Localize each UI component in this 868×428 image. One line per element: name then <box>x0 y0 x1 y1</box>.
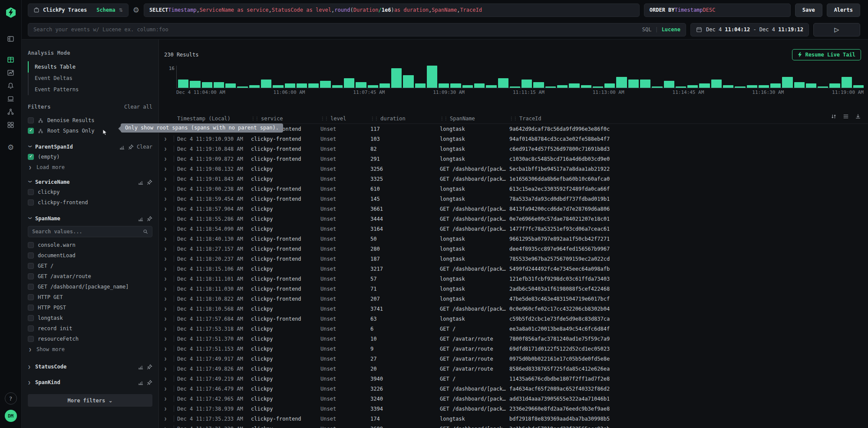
clear-all-filters-link[interactable]: Clear all <box>124 104 152 110</box>
table-row[interactable]: ❯ Dec 4 11:17:49.826 AM clickpy Unset 20… <box>164 364 868 374</box>
row-expand-chevron-icon[interactable]: ❯ <box>164 346 174 351</box>
checkbox[interactable] <box>28 252 34 259</box>
drag-handle-icon[interactable]: ⋮⋮ <box>251 116 259 121</box>
row-expand-chevron-icon[interactable]: ❯ <box>164 296 174 301</box>
table-row[interactable]: ❯ Dec 4 11:18:55.286 AM clickpy Unset 34… <box>164 214 868 224</box>
row-expand-chevron-icon[interactable]: ❯ <box>164 366 174 371</box>
table-row[interactable]: ❯ Dec 4 11:19:10.848 AM clickpy-frontend… <box>164 144 868 154</box>
table-row[interactable]: ❯ Dec 4 11:18:54.090 AM clickpy Unset 31… <box>164 224 868 234</box>
table-row[interactable]: ❯ Dec 4 11:17:21.239 AM clickpy Unset 36… <box>164 424 868 428</box>
alerts-button[interactable]: Alerts <box>827 3 860 17</box>
row-expand-chevron-icon[interactable]: ❯ <box>164 236 174 241</box>
filter-value-row[interactable]: GET /dashboard/[package_name] <box>28 282 152 292</box>
chart-values-icon[interactable] <box>138 216 144 222</box>
chevron-down-icon[interactable]: ❯ <box>27 145 33 149</box>
nav-search-traces-icon[interactable] <box>4 53 17 66</box>
nav-alerts-bell-icon[interactable] <box>4 79 17 92</box>
row-expand-chevron-icon[interactable]: ❯ <box>164 146 174 151</box>
filter-value-row[interactable]: clickpy-frontend <box>28 197 152 208</box>
sort-direction-icon[interactable] <box>831 113 837 119</box>
row-expand-chevron-icon[interactable]: ❯ <box>164 426 174 428</box>
filter-value-row[interactable]: documentLoad <box>28 250 152 261</box>
row-expand-chevron-icon[interactable]: ❯ <box>164 226 174 231</box>
filter-value-row[interactable]: record init <box>28 323 152 334</box>
row-expand-chevron-icon[interactable]: ❯ <box>164 256 174 261</box>
nav-sessions-icon[interactable] <box>4 92 17 105</box>
chevron-right-icon[interactable]: ❯ <box>28 380 32 385</box>
column-header-service[interactable]: ⋮⋮service <box>251 116 320 122</box>
pin-icon[interactable] <box>128 144 134 150</box>
row-expand-chevron-icon[interactable]: ❯ <box>164 136 174 141</box>
sidebar-toggle-icon[interactable] <box>4 32 17 45</box>
filter-value-row[interactable]: GET / <box>28 261 152 271</box>
run-query-button[interactable]: ▷ <box>813 23 860 36</box>
table-row[interactable]: ❯ Dec 4 11:17:46.479 AM clickpy Unset 32… <box>164 384 868 394</box>
table-row[interactable]: ❯ Dec 4 11:18:40.130 AM clickpy-frontend… <box>164 234 868 244</box>
row-expand-chevron-icon[interactable]: ❯ <box>164 306 174 311</box>
analysis-mode-item[interactable]: Results Table <box>28 61 152 73</box>
source-selector[interactable]: ClickPy Traces Schema ⇅ <box>28 3 129 17</box>
chevron-right-icon[interactable]: ❯ <box>28 364 32 370</box>
help-button[interactable]: ? <box>5 392 17 405</box>
table-row[interactable]: ❯ Dec 4 11:18:15.106 AM clickpy Unset 32… <box>164 264 868 274</box>
pin-icon[interactable] <box>147 364 152 370</box>
checkbox[interactable] <box>28 315 34 321</box>
table-row[interactable]: ❯ Dec 4 11:18:59.454 AM clickpy-frontend… <box>164 194 868 204</box>
filter-value-row[interactable]: console.warn <box>28 240 152 250</box>
order-by-editor[interactable]: ORDER BY Timestamp DESC <box>644 3 791 17</box>
table-row[interactable]: ❯ Dec 4 11:19:00.238 AM clickpy-frontend… <box>164 184 868 194</box>
row-expand-chevron-icon[interactable]: ❯ <box>164 376 174 381</box>
checkbox[interactable] <box>28 284 34 290</box>
row-expand-chevron-icon[interactable]: ❯ <box>164 356 174 361</box>
chart-values-icon[interactable] <box>138 179 144 185</box>
chart-values-icon[interactable] <box>138 364 144 370</box>
clear-section-link[interactable]: Clear <box>137 144 152 150</box>
show-more-link[interactable]: ❯ Show more <box>28 344 152 353</box>
filter-section-header[interactable]: ❯ StatusCode <box>28 362 152 372</box>
filter-search-input[interactable] <box>32 229 140 235</box>
checkbox[interactable] <box>28 273 34 279</box>
drag-handle-icon[interactable]: ⋮⋮ <box>509 116 517 121</box>
row-expand-chevron-icon[interactable]: ❯ <box>164 386 174 391</box>
column-header-spanname[interactable]: ⋮⋮SpanName <box>440 116 509 122</box>
pin-icon[interactable] <box>147 380 152 385</box>
filter-section-header[interactable]: ❯ SpanKind <box>28 378 152 387</box>
analysis-mode-item[interactable]: Event Patterns <box>28 84 152 95</box>
nav-dashboards-icon[interactable] <box>4 118 17 131</box>
table-row[interactable]: ❯ Dec 4 11:17:49.219 AM clickpy Unset 39… <box>164 374 868 384</box>
filter-value-row[interactable]: GET /avatar/route <box>28 271 152 282</box>
table-row[interactable]: ❯ Dec 4 11:17:42.965 AM clickpy Unset 32… <box>164 394 868 404</box>
row-expand-chevron-icon[interactable]: ❯ <box>164 186 174 191</box>
table-row[interactable]: ❯ Dec 4 11:19:10.930 AM clickpy-frontend… <box>164 134 868 144</box>
row-expand-chevron-icon[interactable]: ❯ <box>164 156 174 161</box>
load-more-link[interactable]: ❯ Load more <box>28 162 152 171</box>
table-row[interactable]: ❯ Dec 4 11:17:51.153 AM clickpy Unset 9 … <box>164 344 868 354</box>
column-settings-icon[interactable] <box>843 113 849 119</box>
filter-section-header[interactable]: ❯ SpanName <box>28 214 152 223</box>
filter-value-row[interactable]: HTTP POST <box>28 302 152 313</box>
checkbox[interactable] <box>28 117 34 123</box>
table-row[interactable]: ❯ Dec 4 11:17:35.233 AM clickpy-frontend… <box>164 414 868 424</box>
row-expand-chevron-icon[interactable]: ❯ <box>164 216 174 221</box>
date-range-picker[interactable]: Dec 4 11:04:12 - Dec 4 11:19:12 <box>690 23 809 36</box>
checkbox[interactable] <box>28 242 34 248</box>
filter-section-header[interactable]: ❯ ParentSpanId Clear <box>28 142 152 152</box>
checkbox[interactable] <box>28 325 34 332</box>
table-row[interactable]: ❯ Dec 4 11:17:53.318 AM clickpy Unset 6 … <box>164 324 868 334</box>
row-expand-chevron-icon[interactable]: ❯ <box>164 316 174 321</box>
checkbox[interactable] <box>28 336 34 342</box>
pin-icon[interactable] <box>147 216 152 222</box>
row-expand-chevron-icon[interactable]: ❯ <box>164 246 174 251</box>
drag-handle-icon[interactable]: ⋮⋮ <box>320 116 328 121</box>
chart-values-icon[interactable] <box>119 144 125 150</box>
chevron-down-icon[interactable]: ❯ <box>27 180 33 184</box>
filter-value-row[interactable]: clickpy <box>28 187 152 197</box>
search-input[interactable] <box>33 27 638 33</box>
column-header-timestamp[interactable]: Timestamp (Local) <box>177 116 251 122</box>
drag-handle-icon[interactable]: ⋮⋮ <box>370 116 378 121</box>
column-header-traceid[interactable]: ⋮⋮TraceId <box>509 116 868 122</box>
row-expand-chevron-icon[interactable]: ❯ <box>164 176 174 181</box>
row-expand-chevron-icon[interactable]: ❯ <box>164 196 174 201</box>
app-logo-icon[interactable] <box>4 6 17 19</box>
row-expand-chevron-icon[interactable]: ❯ <box>164 406 174 411</box>
